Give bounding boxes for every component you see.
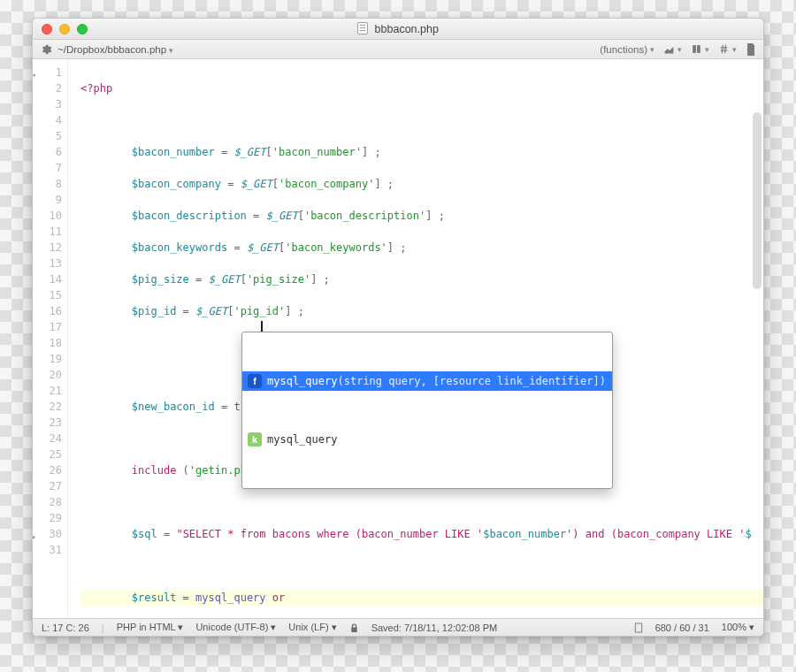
language-dropdown[interactable]: PHP in HTML ▾ <box>117 622 184 633</box>
document-stats: 680 / 60 / 31 <box>655 622 709 633</box>
saved-timestamp: Saved: 7/18/11, 12:02:08 PM <box>371 622 498 633</box>
titlebar: bbbacon.php <box>33 19 763 40</box>
zoom-level[interactable]: 100% ▾ <box>722 622 754 633</box>
autocomplete-popup[interactable]: f mysql_query(string query, [resource li… <box>241 332 613 489</box>
hash-icon[interactable]: ▾ <box>718 43 737 55</box>
encoding-dropdown[interactable]: Unicode (UTF-8) ▾ <box>195 622 276 633</box>
svg-rect-2 <box>635 623 642 632</box>
function-badge-icon: f <box>248 374 262 388</box>
counterpart-icon[interactable]: ▾ <box>691 43 709 55</box>
editor-window: bbbacon.php ~/Dropbox/bbbacon.php▾ (func… <box>32 18 764 637</box>
cursor-position: L: 17 C: 26 <box>42 622 89 633</box>
line-gutter: ▾1 2345678 9101112131415 16171819202122 … <box>33 59 68 618</box>
code-area[interactable]: <?php $bacon_number = $_GET['bacon_numbe… <box>68 59 763 618</box>
autocomplete-item[interactable]: k mysql_query <box>242 430 612 449</box>
code-editor[interactable]: ▾1 2345678 9101112131415 16171819202122 … <box>33 59 763 618</box>
path-dropdown[interactable]: ~/Dropbox/bbbacon.php▾ <box>57 44 173 55</box>
keyword-badge-icon: k <box>248 432 262 447</box>
document-icon <box>357 22 368 34</box>
lock-icon[interactable] <box>349 622 359 633</box>
line-endings-dropdown[interactable]: Unix (LF) ▾ <box>288 622 336 633</box>
svg-rect-1 <box>697 45 700 53</box>
window-title: bbbacon.php <box>33 22 763 35</box>
status-bar: L: 17 C: 26 | PHP in HTML ▾ Unicode (UTF… <box>33 618 763 636</box>
php-open-tag: <?php <box>80 82 112 95</box>
document-toolbar-icon[interactable] <box>746 43 756 56</box>
navigation-bar: ~/Dropbox/bbbacon.php▾ (functions)▾ ▾ ▾ … <box>33 40 763 59</box>
svg-rect-0 <box>693 45 696 53</box>
document-stats-icon <box>634 622 643 633</box>
functions-dropdown[interactable]: (functions)▾ <box>600 44 654 55</box>
gear-icon[interactable] <box>40 43 52 56</box>
marker-icon[interactable]: ▾ <box>663 43 682 55</box>
vertical-scrollbar[interactable] <box>753 112 762 289</box>
autocomplete-item-selected[interactable]: f mysql_query(string query, [resource li… <box>242 371 612 391</box>
title-text: bbbacon.php <box>375 23 439 35</box>
